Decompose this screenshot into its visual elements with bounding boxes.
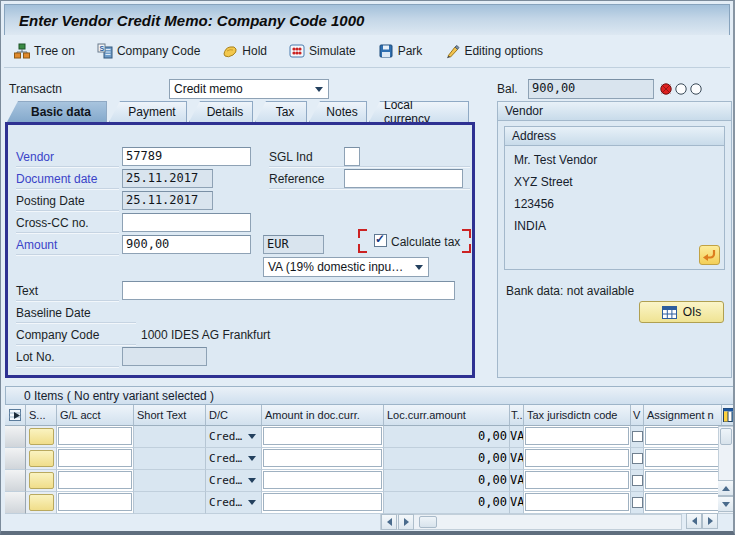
- col-header-status[interactable]: S...: [26, 405, 57, 426]
- simulate-icon: [289, 43, 305, 59]
- table-settings-button[interactable]: [722, 405, 735, 426]
- editing-options-button[interactable]: Editing options: [444, 43, 543, 59]
- sgl-ind-label: SGL Ind: [269, 150, 313, 164]
- hold-label: Hold: [242, 44, 267, 58]
- v-checkbox-cell[interactable]: [631, 492, 644, 514]
- dc-dropdown[interactable]: Cred…: [206, 426, 262, 448]
- gl-acct-cell[interactable]: [57, 448, 134, 470]
- tab-basic-data[interactable]: Basic data: [7, 101, 107, 122]
- scroll-right-button[interactable]: [398, 514, 414, 530]
- col-header-gl-acct[interactable]: G/L acct: [57, 405, 134, 426]
- simulate-button[interactable]: Simulate: [289, 43, 356, 59]
- text-input[interactable]: [122, 281, 455, 300]
- assignment-cell[interactable]: [644, 448, 722, 470]
- table-row: Cred…0,00VA: [5, 492, 718, 514]
- tab-tax[interactable]: Tax: [255, 101, 307, 122]
- calculate-tax-checkbox[interactable]: ✓: [374, 234, 387, 247]
- col-header-loc-curr[interactable]: Loc.curr.amount: [384, 405, 510, 426]
- scroll-up-button[interactable]: [718, 480, 734, 496]
- tab-local-currency[interactable]: Local currency: [369, 101, 469, 122]
- gl-acct-cell[interactable]: [57, 492, 134, 514]
- tax-jurisdiction-cell[interactable]: [524, 470, 631, 492]
- sgl-ind-input[interactable]: [344, 147, 360, 166]
- tab-payment[interactable]: Payment: [109, 101, 187, 122]
- transaction-dropdown[interactable]: Credit memo: [169, 79, 329, 99]
- company-code-label: Company Code: [16, 328, 99, 342]
- tax-jurisdiction-cell[interactable]: [524, 448, 631, 470]
- scroll-down-button[interactable]: [718, 496, 734, 512]
- col-header-tax[interactable]: T..: [510, 405, 524, 426]
- col-header-tax-jurisdiction[interactable]: Tax jurisdictn code: [524, 405, 631, 426]
- status-button[interactable]: [29, 428, 54, 445]
- col-header-short-text[interactable]: Short Text: [134, 405, 206, 426]
- status-cell[interactable]: [26, 492, 57, 514]
- dc-dropdown[interactable]: Cred…: [206, 470, 262, 492]
- gl-acct-cell[interactable]: [57, 426, 134, 448]
- status-button[interactable]: [29, 450, 54, 467]
- status-cell[interactable]: [26, 426, 57, 448]
- company-code-icon: S: [97, 43, 113, 59]
- v-checkbox-cell[interactable]: [631, 470, 644, 492]
- dc-dropdown[interactable]: Cred…: [206, 448, 262, 470]
- tab-notes[interactable]: Notes: [309, 101, 367, 122]
- items-horizontal-scrollbar[interactable]: [380, 514, 682, 530]
- h-scroll-thumb[interactable]: [419, 516, 437, 528]
- amount-doc-cell[interactable]: [262, 426, 384, 448]
- ois-button[interactable]: OIs: [639, 301, 724, 323]
- fixed-scroll-right-button[interactable]: [702, 513, 718, 529]
- status-cell[interactable]: [26, 448, 57, 470]
- row-selector[interactable]: [5, 448, 26, 470]
- baseline-date-label: Baseline Date: [16, 306, 91, 320]
- lot-no-input[interactable]: [122, 347, 207, 366]
- col-header-assignment[interactable]: Assignment n: [644, 405, 722, 426]
- dc-dropdown[interactable]: Cred…: [206, 492, 262, 514]
- posting-date-input[interactable]: 25.11.2017: [122, 191, 213, 210]
- cross-cc-input[interactable]: [122, 213, 251, 232]
- items-summary-text: 0 Items ( No entry variant selected ): [24, 389, 214, 403]
- gl-acct-cell[interactable]: [57, 470, 134, 492]
- tree-on-button[interactable]: Tree on: [14, 43, 75, 59]
- svg-text:S: S: [99, 45, 104, 52]
- address-line-country: INDIA: [514, 219, 546, 233]
- row-selector[interactable]: [5, 470, 26, 492]
- tab-details[interactable]: Details: [189, 101, 253, 122]
- sap-window: Enter Vendor Credit Memo: Company Code 1…: [0, 0, 735, 535]
- v-checkbox-cell[interactable]: [631, 426, 644, 448]
- v-scroll-thumb[interactable]: [720, 428, 732, 445]
- row-selector[interactable]: [5, 492, 26, 514]
- park-button[interactable]: Park: [378, 43, 423, 59]
- short-text-cell: [134, 470, 206, 492]
- amount-doc-cell[interactable]: [262, 492, 384, 514]
- status-cell[interactable]: [26, 470, 57, 492]
- status-button[interactable]: [29, 494, 54, 511]
- vendor-input[interactable]: 57789: [122, 147, 251, 166]
- col-header-amount-doc[interactable]: Amount in doc.curr.: [262, 405, 384, 426]
- assignment-cell[interactable]: [644, 470, 722, 492]
- col-header-dc[interactable]: D/C: [206, 405, 262, 426]
- document-date-input[interactable]: 25.11.2017: [122, 169, 213, 188]
- scroll-left-button[interactable]: [381, 514, 397, 530]
- items-vertical-scrollbar[interactable]: [718, 426, 734, 514]
- amount-doc-cell[interactable]: [262, 448, 384, 470]
- tree-on-icon: [14, 43, 30, 59]
- col-header-v[interactable]: V: [631, 405, 644, 426]
- fixed-scroll-left-button[interactable]: [686, 513, 702, 529]
- amount-input[interactable]: 900,00: [122, 235, 251, 254]
- vendor-label: Vendor: [16, 150, 54, 164]
- company-code-button[interactable]: S Company Code: [97, 43, 200, 59]
- hold-button[interactable]: Hold: [222, 43, 267, 59]
- currency-field[interactable]: EUR: [263, 235, 324, 254]
- address-detail-button[interactable]: [699, 245, 720, 265]
- v-checkbox-cell[interactable]: [631, 448, 644, 470]
- short-text-cell: [134, 426, 206, 448]
- row-selector[interactable]: [5, 426, 26, 448]
- reference-input[interactable]: [344, 169, 463, 188]
- tax-jurisdiction-cell[interactable]: [524, 492, 631, 514]
- amount-doc-cell[interactable]: [262, 470, 384, 492]
- assignment-cell[interactable]: [644, 426, 722, 448]
- tax-code-dropdown[interactable]: VA (19% domestic inpu…: [263, 257, 429, 277]
- assignment-cell[interactable]: [644, 492, 722, 514]
- select-all-button[interactable]: [5, 405, 26, 426]
- tax-jurisdiction-cell[interactable]: [524, 426, 631, 448]
- status-button[interactable]: [29, 472, 54, 489]
